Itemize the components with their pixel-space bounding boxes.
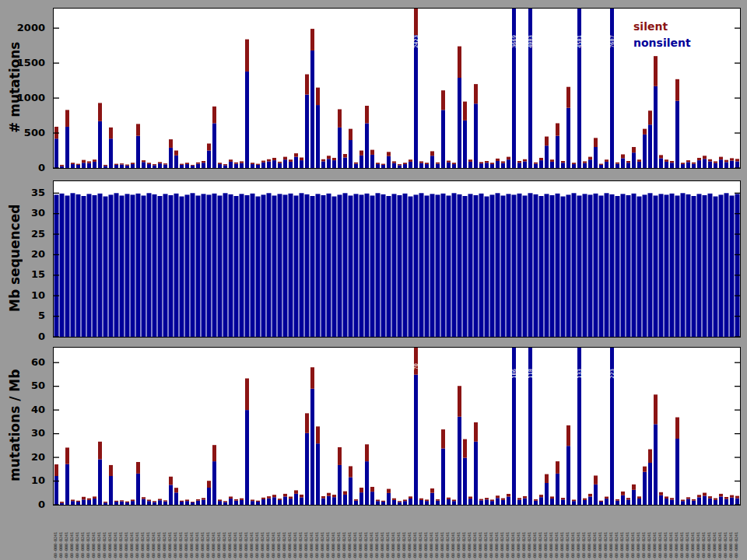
x-tick-sample-label: C-08-000-0241 bbox=[162, 508, 167, 560]
bar-nonsilent bbox=[109, 476, 113, 505]
bar-silent bbox=[158, 499, 162, 500]
bar-mb-sequenced bbox=[245, 195, 250, 337]
bar-silent bbox=[447, 498, 451, 499]
bar-nonsilent bbox=[114, 502, 118, 505]
bar-mb-sequenced bbox=[153, 194, 157, 337]
bar-silent bbox=[82, 497, 86, 500]
bar-silent bbox=[501, 161, 505, 163]
x-tick-sample-label: C-08-000-0241 bbox=[434, 508, 440, 560]
x-tick-sample-label: C-08-000-0241 bbox=[516, 508, 521, 560]
x-tick-sample-label: C-08-000-0241 bbox=[107, 508, 113, 560]
bar-nonsilent bbox=[212, 461, 216, 505]
bar-silent bbox=[114, 164, 118, 165]
x-tick-sample-label: C-08-000-0241 bbox=[478, 508, 483, 560]
bar-silent bbox=[185, 499, 189, 501]
bar-mb-sequenced bbox=[82, 196, 86, 337]
bar-mb-sequenced bbox=[125, 194, 130, 337]
bar-nonsilent bbox=[82, 163, 86, 168]
bar-nonsilent bbox=[430, 156, 434, 168]
bar-nonsilent bbox=[131, 164, 135, 168]
bar-silent bbox=[692, 499, 696, 501]
bar-silent bbox=[583, 499, 587, 500]
bar-nonsilent bbox=[65, 127, 69, 168]
x-tick-sample-label: C-08-000-0241 bbox=[151, 508, 156, 560]
bar-mb-sequenced bbox=[98, 194, 103, 337]
bar-silent bbox=[648, 450, 652, 463]
bar-silent bbox=[153, 164, 156, 165]
bar-silent bbox=[196, 163, 200, 164]
bar-nonsilent bbox=[207, 488, 211, 505]
bar-silent bbox=[436, 163, 440, 164]
bar-nonsilent bbox=[289, 499, 293, 505]
legend-item-nonsilent: nonsilent bbox=[633, 35, 691, 51]
bar-nonsilent bbox=[686, 499, 690, 505]
bar-nonsilent bbox=[714, 163, 717, 168]
bar-mb-sequenced bbox=[93, 195, 97, 337]
bar-mb-sequenced bbox=[572, 193, 577, 337]
bar-mb-sequenced bbox=[419, 193, 424, 337]
bar-nonsilent bbox=[131, 501, 135, 505]
bar-silent bbox=[452, 163, 456, 164]
bar-silent bbox=[714, 499, 717, 500]
bar-nonsilent bbox=[349, 478, 352, 505]
bar-nonsilent bbox=[665, 499, 668, 505]
bar-mb-sequenced bbox=[436, 194, 440, 337]
bar-mb-sequenced bbox=[321, 195, 326, 337]
x-tick-sample-label: C-08-000-0241 bbox=[233, 508, 238, 560]
bar-silent bbox=[142, 160, 146, 162]
bar-silent bbox=[419, 161, 423, 163]
x-tick-sample-label: C-08-000-0241 bbox=[102, 508, 107, 560]
bar-nonsilent bbox=[615, 164, 619, 168]
x-tick-sample-label: C-08-000-0241 bbox=[647, 508, 652, 560]
bar-mb-sequenced bbox=[479, 194, 484, 337]
bar-nonsilent bbox=[71, 164, 75, 168]
bar-silent bbox=[686, 160, 690, 162]
bar-mb-sequenced bbox=[381, 194, 386, 337]
x-tick-sample-label: C-08-000-0241 bbox=[696, 508, 701, 560]
bar-nonsilent bbox=[180, 165, 184, 168]
bar-mb-sequenced bbox=[703, 195, 707, 337]
bar-mb-sequenced bbox=[681, 193, 686, 337]
bar-nonsilent bbox=[436, 164, 440, 168]
x-tick-sample-label: C-08-000-0241 bbox=[265, 508, 271, 560]
bar-silent bbox=[245, 40, 249, 72]
bar-silent bbox=[692, 163, 696, 164]
bar-silent bbox=[534, 499, 538, 501]
bar-nonsilent bbox=[403, 164, 407, 168]
bar-silent bbox=[675, 79, 679, 101]
x-tick-sample-label: C-08-000-0241 bbox=[543, 508, 549, 560]
x-tick-sample-label: C-08-000-0241 bbox=[293, 508, 298, 560]
bar-silent bbox=[310, 367, 314, 389]
bar-silent bbox=[556, 461, 559, 474]
y-tick-label: 1000 bbox=[0, 92, 45, 103]
bar-silent bbox=[681, 499, 685, 501]
bar-nonsilent bbox=[643, 472, 647, 505]
bar-nonsilent bbox=[120, 165, 124, 168]
bar-nonsilent bbox=[703, 159, 707, 168]
bar-silent bbox=[665, 159, 668, 162]
bar-nonsilent bbox=[251, 501, 254, 505]
bar-mb-sequenced bbox=[310, 196, 315, 337]
bar-mb-sequenced bbox=[370, 195, 375, 337]
bar-nonsilent bbox=[370, 155, 374, 168]
bar-mb-sequenced bbox=[169, 195, 174, 337]
bar-silent bbox=[507, 157, 510, 160]
bar-nonsilent bbox=[191, 166, 195, 168]
bar-silent bbox=[599, 501, 603, 502]
bar-nonsilent bbox=[169, 148, 173, 168]
bar-silent bbox=[381, 164, 385, 165]
bar-silent bbox=[523, 159, 527, 162]
bar-nonsilent bbox=[120, 502, 124, 505]
bar-silent bbox=[153, 501, 156, 502]
bar-mb-sequenced bbox=[414, 194, 419, 337]
bar-silent bbox=[441, 90, 445, 110]
x-tick-sample-label: C-08-000-0241 bbox=[178, 508, 184, 560]
x-tick-sample-label: C-08-000-0241 bbox=[598, 508, 603, 560]
bar-nonsilent bbox=[229, 162, 233, 168]
bar-nonsilent bbox=[730, 161, 734, 168]
bar-silent bbox=[724, 497, 728, 499]
bar-nonsilent bbox=[343, 495, 347, 505]
cutoff-bar-value-label: 2423 bbox=[413, 35, 419, 48]
bar-silent bbox=[381, 501, 385, 502]
x-tick-sample-label: C-08-000-0241 bbox=[140, 508, 146, 560]
